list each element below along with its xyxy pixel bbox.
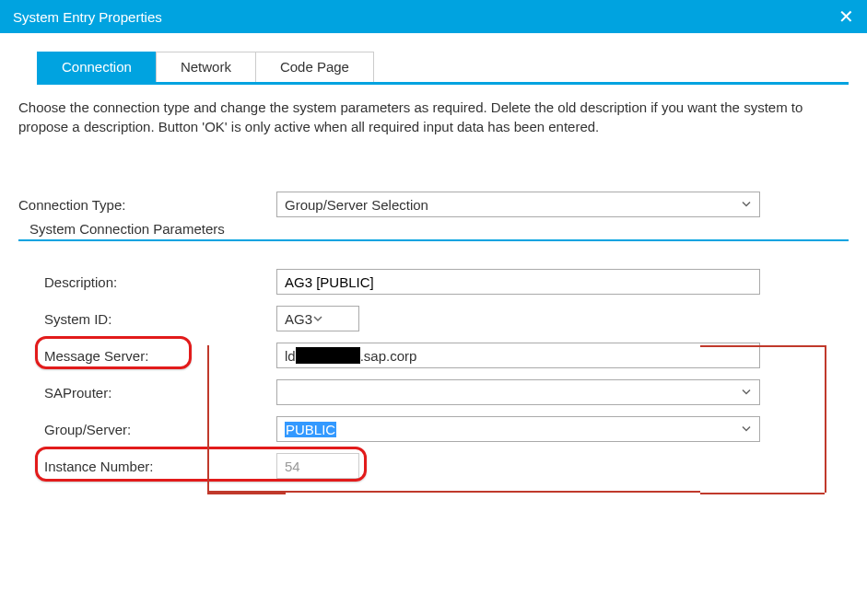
- row-message-server: Message Server: ld .sap.corp: [44, 343, 830, 368]
- content-area: Connection Network Code Page Choose the …: [0, 33, 867, 479]
- saprouter-dropdown[interactable]: [276, 379, 760, 405]
- chevron-down-icon: [741, 422, 752, 437]
- row-group-server: Group/Server: PUBLIC: [44, 416, 830, 442]
- redacted-block: [296, 347, 360, 364]
- label-message-server: Message Server:: [44, 348, 276, 364]
- label-group-server: Group/Server:: [44, 422, 276, 437]
- tab-strip: Connection Network Code Page: [37, 52, 849, 85]
- instance-number-input: [276, 453, 359, 479]
- label-connection-type: Connection Type:: [18, 197, 276, 213]
- label-saprouter: SAProuter:: [44, 385, 276, 401]
- form-area: Connection Type: Group/Server Selection …: [18, 192, 849, 479]
- group-server-value: PUBLIC: [285, 422, 336, 437]
- message-server-suffix: .sap.corp: [360, 348, 417, 364]
- tab-codepage[interactable]: Code Page: [255, 52, 374, 82]
- connection-type-dropdown[interactable]: Group/Server Selection: [276, 192, 760, 217]
- chevron-down-icon: [312, 311, 323, 327]
- chevron-down-icon: [741, 385, 752, 401]
- label-system-id: System ID:: [44, 311, 276, 327]
- bracket-annotation: [207, 493, 286, 494]
- chevron-down-icon: [741, 197, 752, 213]
- message-server-input[interactable]: ld .sap.corp: [276, 343, 760, 368]
- row-connection-type: Connection Type: Group/Server Selection: [18, 192, 849, 217]
- group-server-dropdown[interactable]: PUBLIC: [276, 416, 760, 442]
- system-connection-parameters-group: Description: System ID: AG3 Message Serv…: [18, 239, 849, 479]
- connection-type-value: Group/Server Selection: [285, 197, 428, 213]
- tab-network[interactable]: Network: [156, 52, 256, 82]
- bracket-annotation: [700, 493, 825, 494]
- groupbox-title: System Connection Parameters: [26, 219, 228, 238]
- close-icon[interactable]: ✕: [838, 6, 854, 28]
- system-id-value: AG3: [285, 311, 312, 327]
- system-id-dropdown[interactable]: AG3: [276, 306, 359, 331]
- instructions-text: Choose the connection type and change th…: [18, 98, 849, 136]
- row-system-id: System ID: AG3: [44, 306, 830, 331]
- row-instance-number: Instance Number:: [44, 453, 830, 479]
- window-title: System Entry Properties: [13, 9, 162, 25]
- row-saprouter: SAProuter:: [44, 379, 830, 405]
- label-description: Description:: [44, 274, 276, 290]
- row-description: Description:: [44, 269, 830, 295]
- message-server-prefix: ld: [285, 348, 296, 364]
- tab-connection[interactable]: Connection: [37, 52, 157, 82]
- title-bar: System Entry Properties ✕: [0, 0, 867, 33]
- description-input[interactable]: [276, 269, 760, 295]
- label-instance-number: Instance Number:: [44, 459, 276, 474]
